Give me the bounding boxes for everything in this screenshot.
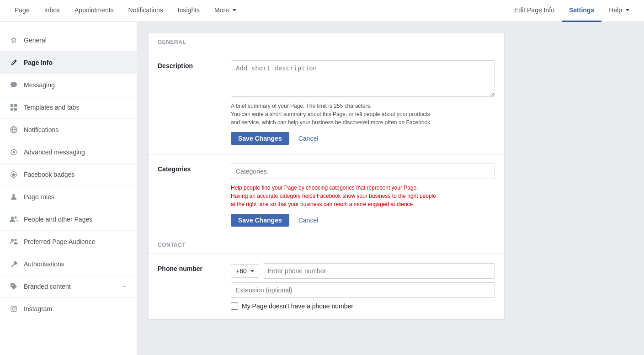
- no-phone-row: My Page doesn't have a phone number: [231, 302, 495, 310]
- pencil-icon: [9, 58, 18, 67]
- svg-point-11: [12, 194, 15, 197]
- svg-point-19: [15, 307, 16, 307]
- nav-notifications-label: Notifications: [128, 6, 163, 14]
- description-hint: A brief summary of your Page. The limit …: [231, 102, 495, 127]
- svg-point-16: [12, 285, 13, 286]
- description-cancel-button[interactable]: Cancel: [295, 132, 322, 145]
- contact-section-header: CONTACT: [149, 236, 504, 254]
- sidebar-item-instagram[interactable]: Instagram: [0, 298, 137, 320]
- sidebar-item-templates-tabs[interactable]: Templates and tabs: [0, 96, 137, 119]
- categories-hint-line3: at the right time so that your business …: [231, 201, 415, 207]
- categories-hint: Help people find your Page by choosing c…: [231, 184, 495, 208]
- sidebar-notifications-label: Notifications: [24, 126, 128, 133]
- description-button-row: Save Changes Cancel: [231, 132, 495, 145]
- main-content: GENERAL Description A brief summary of y…: [137, 22, 644, 355]
- advanced-messaging-icon: [9, 148, 18, 157]
- phone-country-chevron-icon: [250, 270, 254, 272]
- svg-rect-2: [11, 108, 13, 111]
- sidebar-preferred-audience-label: Preferred Page Audience: [24, 238, 128, 245]
- phone-label: Phone number: [158, 263, 222, 310]
- description-hint-line3: and service, which can help your busines…: [231, 119, 432, 126]
- svg-point-15: [15, 239, 17, 241]
- categories-cancel-button[interactable]: Cancel: [295, 214, 322, 227]
- sidebar: ⚙ General Page Info Messaging Templates …: [0, 22, 137, 355]
- phone-input-row: +60: [231, 263, 495, 279]
- sidebar-item-branded-content[interactable]: Branded content →: [0, 276, 137, 298]
- sidebar-badges-label: Facebook badges: [24, 171, 128, 178]
- description-label: Description: [158, 60, 222, 145]
- people-icon: [9, 215, 18, 224]
- sidebar-page-roles-label: Page roles: [24, 193, 128, 201]
- nav-edit-page-info-label: Edit Page Info: [514, 6, 554, 14]
- categories-hint-line2: Having an accurate category helps Facebo…: [231, 193, 436, 199]
- description-row: Description A brief summary of your Page…: [149, 51, 504, 154]
- phone-extension-input[interactable]: [231, 282, 495, 298]
- nav-page[interactable]: Page: [7, 0, 37, 22]
- nav-left: Page Inbox Appointments Notifications In…: [7, 0, 244, 22]
- sidebar-item-notifications[interactable]: Notifications: [0, 119, 137, 141]
- phone-country-selector[interactable]: +60: [231, 264, 259, 278]
- chat-icon: [9, 80, 18, 90]
- nav-inbox[interactable]: Inbox: [37, 0, 67, 22]
- phone-number-input[interactable]: [263, 263, 495, 279]
- categories-hint-line1: Help people find your Page by choosing c…: [231, 185, 418, 191]
- nav-appointments[interactable]: Appointments: [67, 0, 121, 22]
- sidebar-item-people-other-pages[interactable]: People and other Pages: [0, 208, 137, 231]
- nav-help[interactable]: Help: [601, 0, 637, 22]
- phone-field: +60 My Page doesn't have a phone number: [231, 263, 495, 310]
- nav-notifications[interactable]: Notifications: [121, 0, 170, 22]
- no-phone-checkbox[interactable]: [231, 302, 238, 310]
- sidebar-item-advanced-messaging[interactable]: Advanced messaging: [0, 141, 137, 164]
- nav-right: Edit Page Info Settings Help: [507, 0, 637, 22]
- categories-save-button[interactable]: Save Changes: [231, 214, 289, 227]
- nav-settings[interactable]: Settings: [562, 0, 601, 22]
- svg-point-8: [13, 151, 15, 154]
- sidebar-item-authorisations[interactable]: Authorisations: [0, 253, 137, 276]
- description-field: A brief summary of your Page. The limit …: [231, 60, 495, 145]
- nav-insights[interactable]: Insights: [170, 0, 207, 22]
- nav-edit-page-info[interactable]: Edit Page Info: [507, 0, 562, 22]
- sidebar-general-label: General: [24, 37, 128, 44]
- sidebar-messaging-label: Messaging: [24, 81, 128, 89]
- svg-rect-1: [14, 104, 17, 107]
- categories-label: Categories: [158, 164, 222, 227]
- nav-insights-label: Insights: [178, 6, 200, 14]
- nav-more[interactable]: More: [207, 0, 244, 22]
- no-phone-label: My Page doesn't have a phone number: [242, 302, 353, 310]
- star-circle-icon: [9, 170, 18, 179]
- instagram-icon: [9, 304, 18, 313]
- nav-settings-label: Settings: [569, 6, 594, 14]
- svg-point-12: [11, 217, 14, 219]
- sidebar-item-page-info[interactable]: Page Info: [0, 52, 137, 74]
- nav-appointments-label: Appointments: [75, 6, 114, 14]
- description-save-button[interactable]: Save Changes: [231, 132, 289, 145]
- sidebar-branded-content-label: Branded content: [24, 283, 115, 290]
- nav-inbox-label: Inbox: [44, 6, 60, 14]
- sidebar-item-messaging[interactable]: Messaging: [0, 74, 137, 96]
- sidebar-item-facebook-badges[interactable]: Facebook badges: [0, 164, 137, 186]
- sidebar-item-page-roles[interactable]: Page roles: [0, 186, 137, 208]
- sidebar-templates-label: Templates and tabs: [24, 104, 128, 111]
- nav-more-label: More: [214, 6, 229, 14]
- grid-icon: [9, 103, 18, 112]
- svg-rect-3: [14, 108, 17, 111]
- sidebar-item-general[interactable]: ⚙ General: [0, 29, 137, 52]
- wrench-icon: [9, 260, 18, 269]
- categories-input[interactable]: [231, 164, 495, 179]
- phone-row: Phone number +60 My Page doesn't have a …: [149, 254, 504, 319]
- nav-help-label: Help: [609, 6, 622, 14]
- categories-row: Categories Help people find your Page by…: [149, 154, 504, 236]
- svg-point-18: [12, 307, 15, 310]
- description-textarea[interactable]: [231, 60, 495, 97]
- sidebar-advanced-messaging-label: Advanced messaging: [24, 148, 128, 156]
- categories-button-row: Save Changes Cancel: [231, 214, 495, 227]
- svg-marker-10: [11, 172, 16, 177]
- sidebar-item-preferred-audience[interactable]: Preferred Page Audience: [0, 231, 137, 253]
- top-navigation: Page Inbox Appointments Notifications In…: [0, 0, 644, 22]
- phone-country-code: +60: [236, 267, 247, 275]
- general-section-header: GENERAL: [149, 33, 504, 51]
- page-layout: ⚙ General Page Info Messaging Templates …: [0, 22, 644, 355]
- nav-more-chevron-icon: [233, 9, 236, 11]
- sidebar-instagram-label: Instagram: [24, 305, 128, 313]
- preferred-audience-icon: [9, 237, 18, 246]
